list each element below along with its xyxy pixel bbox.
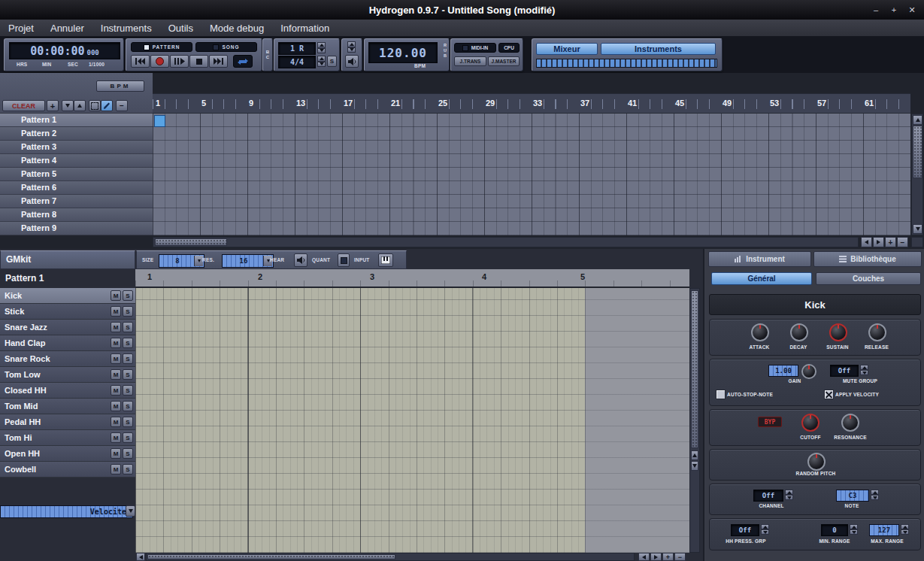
loop-button[interactable]: [233, 55, 253, 68]
menu-annuler[interactable]: Annuler: [42, 23, 92, 34]
max-range-stepper[interactable]: [901, 524, 909, 535]
cutoff-knob[interactable]: [801, 414, 819, 432]
instrument-name[interactable]: Snare Rock: [5, 354, 50, 363]
scroll-thumb[interactable]: [147, 554, 395, 559]
record-button[interactable]: [150, 55, 169, 68]
pattern-row[interactable]: Pattern 9: [0, 222, 153, 235]
solo-button[interactable]: S: [123, 369, 133, 380]
scroll-thumb[interactable]: [913, 126, 922, 178]
mute-button[interactable]: M: [111, 369, 121, 380]
menu-projet[interactable]: Projet: [0, 23, 42, 34]
instrument-row[interactable]: Open HHMS: [0, 446, 135, 462]
instrument-name[interactable]: Open HH: [5, 449, 40, 458]
random-pitch-knob[interactable]: [807, 453, 826, 471]
decay-knob[interactable]: [790, 323, 808, 341]
attack-knob[interactable]: [751, 323, 769, 341]
instrument-name[interactable]: Tom Hi: [5, 433, 32, 442]
pattern-ruler[interactable]: 1 2 3 4 5: [135, 269, 689, 288]
pattern-row[interactable]: Pattern 2: [0, 127, 153, 141]
solo-button[interactable]: S: [123, 353, 133, 364]
solo-button[interactable]: S: [123, 401, 133, 411]
song-sequence-grid[interactable]: [153, 114, 910, 235]
bpm-timeline-button[interactable]: BPM: [96, 80, 144, 92]
solo-button[interactable]: S: [123, 448, 133, 459]
beatcounter-set-button[interactable]: S: [327, 56, 337, 67]
channel-stepper[interactable]: [785, 490, 793, 500]
scroll-up-button[interactable]: [691, 450, 698, 460]
auto-stop-note-checkbox[interactable]: [716, 390, 726, 399]
stop-button[interactable]: [189, 55, 208, 68]
instrument-row[interactable]: Snare RockMS: [0, 351, 135, 367]
beatcounter-measure-stepper[interactable]: [317, 56, 326, 67]
pattern-active-area[interactable]: [135, 288, 585, 553]
active-sequence-cell[interactable]: [154, 115, 165, 127]
solo-button[interactable]: S: [123, 432, 133, 443]
scroll-left-button[interactable]: [136, 553, 145, 561]
rewind-button[interactable]: [131, 55, 150, 68]
mute-button[interactable]: M: [111, 353, 121, 364]
instrument-row[interactable]: Pedal HHMS: [0, 414, 135, 430]
instrument-name[interactable]: Stick: [5, 307, 24, 316]
instrument-row[interactable]: CowbellMS: [0, 462, 135, 478]
solo-button[interactable]: S: [123, 464, 133, 475]
solo-button[interactable]: S: [123, 290, 133, 301]
beatcounter-beat-stepper[interactable]: [317, 42, 326, 53]
metronome-button[interactable]: [345, 55, 359, 68]
hh-pressure-group-stepper[interactable]: [761, 524, 769, 535]
rubberband-button[interactable]: RUB: [443, 43, 447, 59]
note-stepper[interactable]: [871, 490, 879, 500]
instrument-rack-button[interactable]: Instruments: [601, 43, 716, 55]
instrument-name[interactable]: Hand Clap: [5, 338, 45, 347]
solo-button[interactable]: S: [123, 338, 133, 348]
note-property-dropdown-button[interactable]: [126, 505, 135, 517]
instrument-name[interactable]: Kick: [5, 291, 22, 300]
minimize-button[interactable]: –: [868, 4, 883, 16]
note-property-select[interactable]: Velocite: [0, 505, 133, 518]
metronome-stepper[interactable]: [347, 41, 356, 53]
instrument-row[interactable]: Closed HHMS: [0, 383, 135, 399]
hh-pressure-group-display[interactable]: Off: [731, 524, 759, 536]
release-knob[interactable]: [868, 323, 886, 341]
tab-layers[interactable]: Couches: [816, 272, 921, 285]
scroll-thumb[interactable]: [691, 290, 698, 448]
close-button[interactable]: ✕: [904, 4, 919, 16]
note-display[interactable]: C3: [836, 490, 869, 502]
resonance-knob[interactable]: [841, 414, 859, 432]
instrument-row[interactable]: StickMS: [0, 304, 135, 320]
channel-display[interactable]: Off: [753, 490, 783, 502]
song-timeline-ruler[interactable]: 1 5 9 13 17 21 25 29 33 37 41 45 49 53 5…: [153, 93, 910, 114]
zoom-out-button[interactable]: −: [897, 237, 908, 247]
quantize-button[interactable]: [338, 253, 350, 267]
zoom-in-button[interactable]: +: [662, 553, 674, 561]
mixer-button[interactable]: Mixeur: [536, 43, 598, 55]
instrument-row[interactable]: Tom HiMS: [0, 430, 135, 446]
pattern-row[interactable]: Pattern 8: [0, 208, 153, 222]
mute-button[interactable]: M: [111, 385, 121, 396]
pattern-vscrollbar[interactable]: [689, 288, 700, 553]
beatcounter-toggle[interactable]: BC: [262, 38, 273, 71]
mute-button[interactable]: M: [111, 401, 121, 411]
scroll-left-button[interactable]: [638, 553, 650, 561]
solo-button[interactable]: S: [123, 417, 133, 427]
mute-button[interactable]: M: [111, 417, 121, 427]
select-mode-button[interactable]: [89, 100, 101, 111]
mute-button[interactable]: M: [111, 448, 121, 459]
pattern-hscrollbar[interactable]: [146, 553, 635, 561]
tab-library[interactable]: Bibliothèque: [813, 251, 922, 267]
scroll-left-button[interactable]: [861, 237, 872, 247]
instrument-name[interactable]: Snare Jazz: [5, 323, 47, 332]
clear-sequence-button[interactable]: CLEAR: [2, 100, 45, 111]
pattern-note-grid[interactable]: [135, 288, 689, 553]
instrument-name[interactable]: Pedal HH: [5, 417, 41, 426]
gain-display[interactable]: 1.00: [768, 365, 798, 377]
tab-general[interactable]: Général: [711, 272, 812, 285]
song-vscrollbar[interactable]: [911, 114, 923, 235]
move-pattern-down-button[interactable]: [62, 100, 74, 111]
min-range-display[interactable]: 0: [821, 524, 848, 536]
instrument-row[interactable]: Hand ClapMS: [0, 335, 135, 351]
solo-button[interactable]: S: [123, 306, 133, 317]
apply-velocity-checkbox[interactable]: [824, 390, 834, 399]
pattern-row[interactable]: Pattern 3: [0, 141, 153, 154]
menu-mode-debug[interactable]: Mode debug: [201, 23, 272, 34]
draw-mode-button[interactable]: [101, 100, 113, 111]
